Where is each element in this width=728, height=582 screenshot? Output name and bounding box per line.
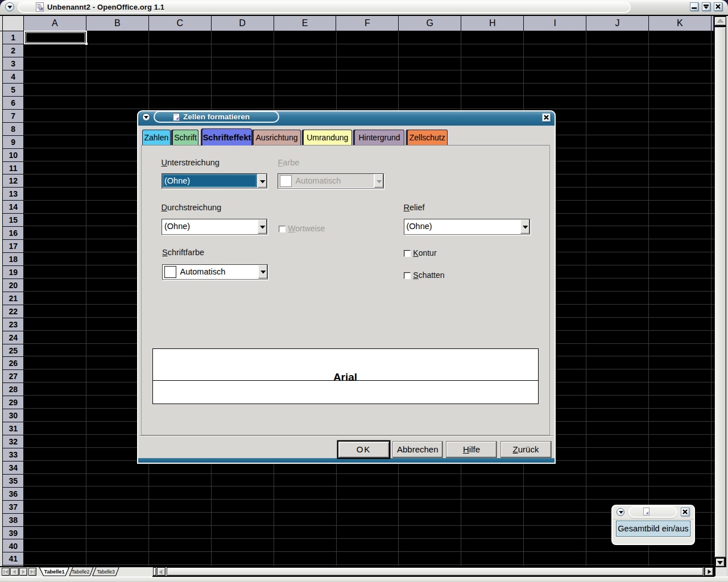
svg-text:Tabelle3: Tabelle3 — [97, 569, 115, 575]
svg-text:Tabelle2: Tabelle2 — [72, 569, 90, 575]
svg-text:Tabelle1: Tabelle1 — [44, 569, 64, 575]
